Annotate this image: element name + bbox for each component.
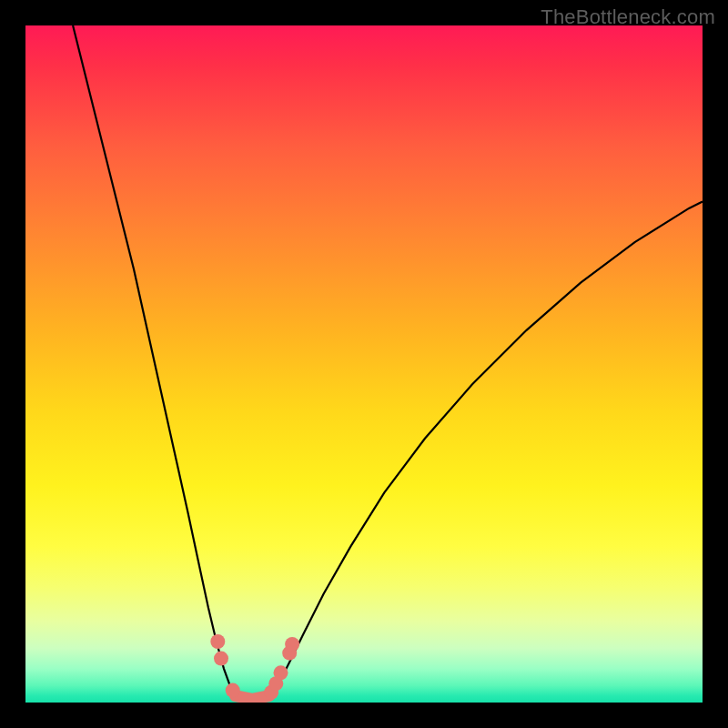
data-marker [285,637,299,652]
data-marker [210,634,225,649]
left-curve [73,25,236,696]
plot-area [25,25,703,703]
valley-floor-path [236,696,269,700]
watermark-text: TheBottleneck.com [541,5,715,29]
right-curve [269,201,703,695]
left-curve-path [73,25,236,696]
curve-layer [25,25,703,703]
data-marker [274,665,288,680]
valley-floor [236,696,269,700]
data-marker [226,683,240,698]
data-marker [214,652,228,666]
right-curve-path [269,201,703,695]
chart-frame: TheBottleneck.com [0,0,728,728]
